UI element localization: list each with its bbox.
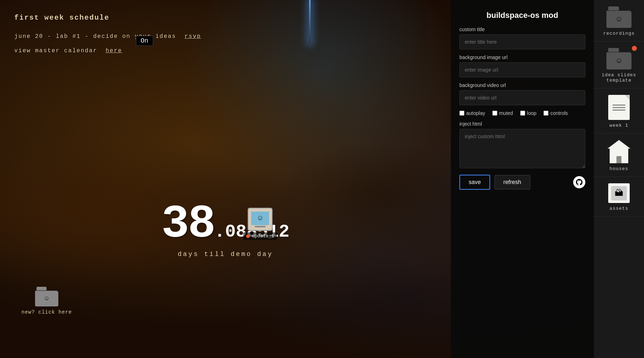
recordings-folder-icon: ☺ xyxy=(606,6,631,28)
custom-title-group: custom title xyxy=(459,26,585,49)
mod-panel-title: buildspace-os mod xyxy=(459,11,585,20)
folder-body: ☺ xyxy=(606,11,631,28)
red-dot-icon xyxy=(246,234,250,238)
folder-face-icon: ☺ xyxy=(616,15,621,24)
sidebar-item-houses[interactable]: houses xyxy=(594,134,644,177)
bottom-left-section[interactable]: ☺ new? click here xyxy=(21,287,72,315)
idea-slides-folder-icon: ☺ xyxy=(606,48,631,69)
week1-doc-icon xyxy=(608,95,630,120)
muted-label: muted xyxy=(499,110,513,116)
mac-face: ☺ xyxy=(258,214,262,222)
notification-dot xyxy=(632,46,637,51)
folder-tab xyxy=(608,6,619,10)
counter-number: 38 xyxy=(161,201,214,248)
folder-top xyxy=(36,287,47,290)
bg-image-label: background image url xyxy=(459,54,585,60)
sidebar-item-week1[interactable]: week 1 xyxy=(594,88,644,134)
refresh-button[interactable]: refresh xyxy=(494,175,530,189)
sidebar-houses-label: houses xyxy=(610,166,629,171)
bg-video-input[interactable] xyxy=(459,90,585,105)
sidebar-item-recordings[interactable]: ☺ recordings xyxy=(594,0,644,42)
muted-checkbox[interactable] xyxy=(492,111,497,116)
save-button[interactable]: save xyxy=(459,175,490,190)
bg-video-label: background video url xyxy=(459,82,585,88)
sidebar-recordings-label: recordings xyxy=(603,31,635,36)
autoplay-label: autoplay xyxy=(466,110,485,116)
schedule-line2: view master calendar here xyxy=(14,45,436,57)
calendar-link[interactable]: here xyxy=(106,48,122,54)
folder-face: ☺ xyxy=(45,295,49,302)
house-roof xyxy=(608,140,630,149)
inject-html-group: inject html xyxy=(459,121,585,168)
photo-mountain-icon: 🏔 xyxy=(615,188,623,198)
action-buttons-row: save refresh xyxy=(459,175,585,190)
custom-title-label: custom title xyxy=(459,26,585,32)
floating-icon: ☺ update_1 xyxy=(243,208,277,240)
bottom-left-label: new? click here xyxy=(21,309,72,315)
controls-label: controls xyxy=(550,110,568,116)
on-badge: On xyxy=(136,36,153,46)
folder-tab xyxy=(608,48,619,52)
inject-html-label: inject html xyxy=(459,121,585,127)
content-layer: first week schedule june 20 - lab #1 - d… xyxy=(0,0,644,358)
update-label: update_1 xyxy=(243,232,277,240)
loop-checkbox[interactable] xyxy=(520,111,525,116)
rsvp-link[interactable]: rsvp xyxy=(185,33,201,40)
doc-line2 xyxy=(613,107,625,108)
schedule-title: first week schedule xyxy=(14,11,436,25)
controls-option[interactable]: controls xyxy=(543,110,568,116)
photo-inner: 🏔 xyxy=(611,186,627,200)
bg-video-group: background video url xyxy=(459,82,585,105)
mac-screen: ☺ xyxy=(251,212,269,225)
schedule-cal-text: view master calendar xyxy=(14,48,97,54)
main-area: first week schedule june 20 - lab #1 - d… xyxy=(0,0,451,358)
folder-body: ☺ xyxy=(606,52,631,69)
bg-image-input[interactable] xyxy=(459,62,585,77)
house-body xyxy=(610,148,628,163)
loop-option[interactable]: loop xyxy=(520,110,536,116)
doc-line1 xyxy=(613,105,625,106)
loop-label: loop xyxy=(527,110,536,116)
sidebar-item-idea-slides[interactable]: ☺ idea slidestemplate xyxy=(594,42,644,88)
controls-checkbox[interactable] xyxy=(543,111,548,116)
mod-panel: buildspace-os mod custom title backgroun… xyxy=(451,0,594,358)
bg-image-group: background image url xyxy=(459,54,585,77)
schedule-section: first week schedule june 20 - lab #1 - d… xyxy=(14,11,436,57)
icon-sidebar: ☺ recordings ☺ idea slidestemplate xyxy=(594,0,644,358)
mac-base xyxy=(255,226,265,227)
video-options-row: autoplay muted loop controls xyxy=(459,110,585,116)
sidebar-assets-label: assets xyxy=(610,206,629,211)
custom-title-input[interactable] xyxy=(459,34,585,49)
sidebar-item-assets[interactable]: 🏔 assets xyxy=(594,177,644,217)
doc-line3 xyxy=(613,110,625,111)
sidebar-week1-label: week 1 xyxy=(610,123,629,128)
sidebar-idea-slides-label: idea slidestemplate xyxy=(602,72,636,83)
autoplay-checkbox[interactable] xyxy=(459,111,464,116)
mac-computer-icon: ☺ xyxy=(248,208,273,231)
inject-html-textarea[interactable] xyxy=(459,129,585,168)
schedule-line1: june 20 - lab #1 - decide on your ideas … xyxy=(14,31,436,42)
houses-icon xyxy=(608,140,630,163)
assets-photo-icon: 🏔 xyxy=(608,183,630,203)
update-text: update_1 xyxy=(252,233,274,239)
counter-label: days till demo day xyxy=(161,251,289,258)
folder-face-icon: ☺ xyxy=(616,57,621,66)
folder-body: ☺ xyxy=(35,291,58,306)
github-icon[interactable] xyxy=(573,176,585,188)
muted-option[interactable]: muted xyxy=(492,110,513,116)
bottom-folder-icon: ☺ xyxy=(35,287,58,306)
autoplay-option[interactable]: autoplay xyxy=(459,110,485,116)
house-door xyxy=(616,156,621,163)
